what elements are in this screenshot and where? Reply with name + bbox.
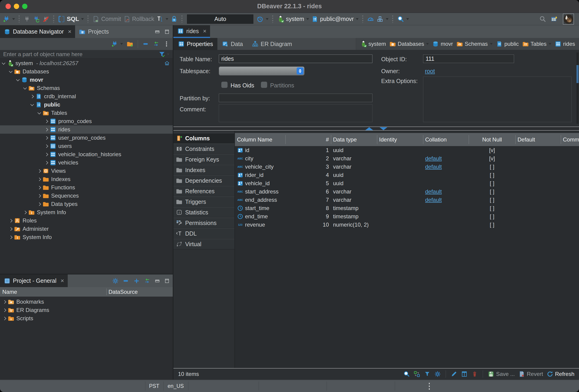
close-icon[interactable]: × bbox=[68, 28, 72, 35]
has-oids-checkbox[interactable] bbox=[221, 82, 227, 88]
chevron-down-icon[interactable] bbox=[38, 111, 41, 114]
pencil-icon[interactable] bbox=[450, 371, 457, 378]
chevron-down-icon[interactable] bbox=[9, 69, 13, 73]
close-icon[interactable]: × bbox=[61, 277, 64, 284]
col-header-identity[interactable]: Identity bbox=[377, 133, 423, 146]
chevron-right-icon[interactable] bbox=[45, 144, 48, 148]
tree-item-roles[interactable]: Roles bbox=[0, 217, 173, 225]
partition-by-input[interactable] bbox=[219, 94, 372, 102]
column-row-city[interactable]: ABCcity2varchardefault[v] bbox=[235, 154, 579, 163]
locale-status[interactable]: en_US bbox=[163, 380, 188, 392]
object-id-input[interactable]: 111 bbox=[423, 55, 514, 63]
project-item-er-diagrams[interactable]: ER Diagrams bbox=[0, 306, 173, 314]
trash-icon[interactable] bbox=[471, 371, 478, 378]
new-connection-button[interactable] bbox=[3, 15, 15, 23]
column-row-rider-id[interactable]: rider_id4uuid[ ] bbox=[235, 171, 579, 179]
tree-item-data-types[interactable]: Data types bbox=[0, 200, 173, 208]
chevron-right-icon[interactable] bbox=[30, 95, 34, 98]
col-header-default[interactable]: Default bbox=[515, 133, 561, 146]
tree-item-system-info[interactable]: System Info bbox=[0, 233, 173, 241]
tree-item-system[interactable]: system - localhost:26257 bbox=[0, 59, 173, 67]
breadcrumb-schemas[interactable]: Schemas bbox=[455, 41, 494, 47]
compare-icon[interactable] bbox=[413, 371, 420, 378]
project-item-scripts[interactable]: SScripts bbox=[0, 314, 173, 323]
disconnect-button[interactable] bbox=[42, 15, 50, 23]
col-header-not-null[interactable]: Not Null bbox=[469, 133, 515, 146]
tree-item-promo-codes[interactable]: promo_codes bbox=[0, 117, 173, 125]
search-metadata-button[interactable] bbox=[397, 15, 409, 23]
tree-item-administer[interactable]: Administer bbox=[0, 225, 173, 233]
table-name-input[interactable]: rides bbox=[219, 55, 372, 63]
search-icon[interactable] bbox=[403, 371, 410, 378]
tree-item-movr[interactable]: movr bbox=[0, 76, 173, 84]
column-row-end-address[interactable]: ABCend_address7varchardefault[ ] bbox=[235, 196, 579, 204]
breadcrumb-tables[interactable]: Tables bbox=[520, 41, 553, 47]
chevron-right-icon[interactable] bbox=[9, 227, 13, 231]
tab-project-general[interactable]: Project - General × bbox=[0, 275, 68, 287]
chevron-right-icon[interactable] bbox=[45, 136, 48, 140]
chevron-right-icon[interactable] bbox=[38, 169, 41, 173]
section-constraints[interactable]: Constraints bbox=[173, 144, 234, 154]
gear-icon[interactable] bbox=[112, 278, 119, 284]
tree-item-databases[interactable]: Databases bbox=[0, 67, 173, 76]
tree-item-indexes[interactable]: Indexes bbox=[0, 175, 173, 183]
section-ddl[interactable]: DDL bbox=[173, 228, 234, 239]
collation-link[interactable]: default bbox=[425, 164, 442, 170]
user-profile-button[interactable] bbox=[563, 14, 574, 25]
navigator-filter-input[interactable]: Enter a part of object name here bbox=[0, 50, 173, 59]
active-connection-select[interactable]: system bbox=[277, 15, 309, 23]
filter-funnel-icon[interactable] bbox=[158, 51, 165, 58]
tree-item-crdb-internal[interactable]: crdb_internal bbox=[0, 92, 173, 101]
tree-item-sequences[interactable]: Sequences bbox=[0, 192, 173, 200]
chevron-down-icon[interactable] bbox=[16, 77, 20, 81]
tree-item-users[interactable]: users bbox=[0, 142, 173, 150]
breadcrumb-movr[interactable]: movr bbox=[431, 41, 454, 47]
new-connection-small-button[interactable] bbox=[111, 41, 123, 47]
view-menu-button[interactable] bbox=[163, 41, 170, 47]
chevron-down-icon[interactable] bbox=[23, 86, 27, 90]
collapse-all-button[interactable] bbox=[142, 41, 149, 47]
active-schema-select[interactable]: public@movr bbox=[311, 15, 359, 23]
tree-item-system-info[interactable]: System Info bbox=[0, 208, 173, 217]
save-button[interactable]: Save ... bbox=[488, 371, 515, 378]
chevron-right-icon[interactable] bbox=[9, 219, 13, 223]
editor-tab-rides[interactable]: rides × bbox=[173, 25, 210, 38]
minimize-panel-icon[interactable] bbox=[154, 29, 160, 35]
chevron-down-icon[interactable] bbox=[2, 61, 5, 65]
chevron-right-icon[interactable] bbox=[38, 177, 41, 181]
collation-link[interactable]: default bbox=[425, 155, 442, 162]
tree-item-public[interactable]: public bbox=[0, 101, 173, 109]
rollback-button[interactable]: Rollback bbox=[123, 15, 154, 23]
collapse-up-icon[interactable] bbox=[365, 127, 373, 130]
column-row-end-time[interactable]: end_time9timestamp[ ] bbox=[235, 212, 579, 221]
section-triggers[interactable]: Triggers bbox=[173, 196, 234, 207]
tree-item-vehicles[interactable]: vehicles bbox=[0, 159, 173, 167]
form-scrollbar[interactable] bbox=[577, 53, 579, 124]
refresh-button[interactable]: Refresh bbox=[547, 371, 575, 378]
section-permissions[interactable]: Permissions bbox=[173, 218, 234, 228]
collapse-all-icon[interactable] bbox=[123, 278, 130, 284]
chevron-right-icon[interactable] bbox=[3, 300, 6, 304]
sql-editor-button[interactable]: SQL bbox=[58, 15, 84, 23]
collation-link[interactable]: default bbox=[425, 188, 442, 195]
collation-link[interactable]: default bbox=[425, 197, 442, 203]
column-row-start-time[interactable]: start_time8timestamp[ ] bbox=[235, 204, 579, 212]
chevron-right-icon[interactable] bbox=[45, 153, 48, 156]
statusbar-drag-handle[interactable] bbox=[429, 383, 430, 390]
section-columns[interactable]: Columns bbox=[173, 133, 234, 144]
breadcrumb-databases[interactable]: Databases bbox=[388, 41, 431, 47]
extra-options-area[interactable] bbox=[423, 77, 572, 122]
tree-item-functions[interactable]: Functions bbox=[0, 183, 173, 192]
zoom-window-button[interactable] bbox=[22, 4, 27, 9]
tree-item-vehicle-location-histories[interactable]: vehicle_location_histories bbox=[0, 150, 173, 159]
chevron-right-icon[interactable] bbox=[45, 119, 48, 123]
chevron-right-icon[interactable] bbox=[23, 211, 27, 214]
column-row-vehicle-id[interactable]: vehicle_id5uuid[ ] bbox=[235, 179, 579, 187]
project-item-bookmarks[interactable]: Bookmarks bbox=[0, 298, 173, 306]
chevron-down-icon[interactable] bbox=[30, 102, 34, 106]
col-header-data-type[interactable]: Data type bbox=[331, 133, 377, 146]
filter-funnel-icon[interactable] bbox=[424, 371, 431, 378]
breadcrumb-rides[interactable]: rides bbox=[553, 41, 577, 47]
connect-button[interactable] bbox=[23, 15, 31, 23]
chevron-right-icon[interactable] bbox=[38, 194, 41, 198]
